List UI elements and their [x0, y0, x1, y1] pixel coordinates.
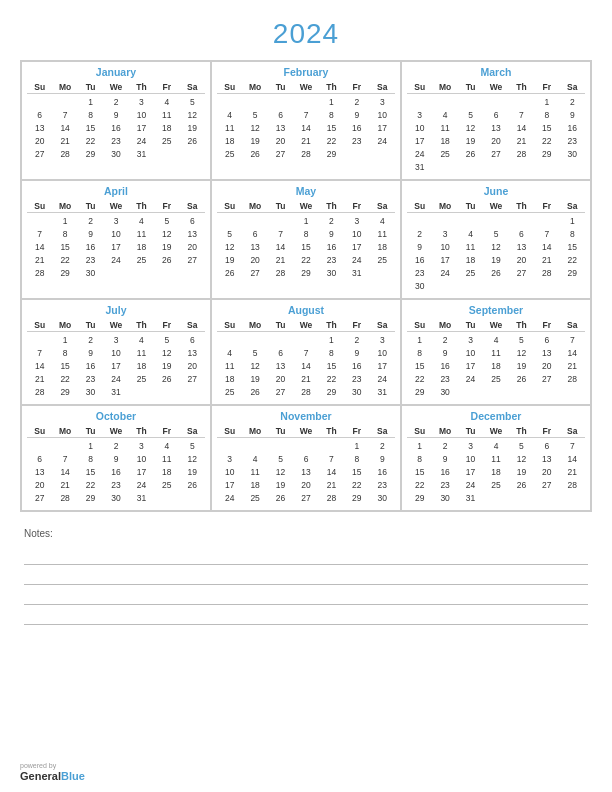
day-cell: 11 [129, 228, 154, 240]
day-cell [293, 334, 318, 346]
day-header: Fr [344, 81, 369, 94]
day-cell: 23 [103, 135, 128, 147]
day-header: Mo [242, 319, 267, 332]
day-cell [560, 386, 585, 398]
day-cell: 7 [268, 228, 293, 240]
day-cell: 2 [344, 334, 369, 346]
day-cell: 14 [52, 122, 77, 134]
day-cell: 29 [78, 492, 103, 504]
day-cell: 29 [52, 386, 77, 398]
month-name-november: November [217, 410, 395, 422]
day-cell: 5 [483, 228, 508, 240]
day-header: Th [129, 425, 154, 438]
month-name-april: April [27, 185, 205, 197]
day-cell: 5 [242, 347, 267, 359]
month-cell-june: JuneSuMoTuWeThFrSa1234567891011121314151… [401, 180, 591, 299]
day-cell [483, 492, 508, 504]
day-cell: 18 [154, 466, 179, 478]
notes-line-1 [24, 547, 588, 565]
brand-name: GeneralBlue [20, 770, 85, 782]
day-header: We [103, 425, 128, 438]
day-header: We [293, 425, 318, 438]
day-cell: 17 [407, 135, 432, 147]
day-cell [52, 440, 77, 452]
day-cell [217, 215, 242, 227]
day-cell [242, 96, 267, 108]
day-cell [509, 280, 534, 292]
day-cell: 5 [242, 109, 267, 121]
day-cell: 30 [407, 280, 432, 292]
day-cell: 3 [458, 334, 483, 346]
notes-line-4 [24, 607, 588, 625]
day-cell: 14 [560, 347, 585, 359]
day-cell: 30 [78, 386, 103, 398]
day-cell: 10 [407, 122, 432, 134]
day-cell: 25 [129, 254, 154, 266]
day-cell: 4 [242, 453, 267, 465]
day-cell: 12 [154, 228, 179, 240]
day-cell [432, 215, 457, 227]
day-cell: 18 [370, 241, 395, 253]
day-cell: 14 [52, 466, 77, 478]
day-cell: 29 [344, 492, 369, 504]
day-cell: 21 [319, 479, 344, 491]
day-cell: 20 [483, 135, 508, 147]
day-cell: 29 [319, 386, 344, 398]
day-cell: 10 [103, 347, 128, 359]
day-header: Sa [370, 81, 395, 94]
day-cell: 22 [319, 373, 344, 385]
day-cell: 21 [27, 373, 52, 385]
day-header: We [483, 81, 508, 94]
day-cell: 17 [458, 360, 483, 372]
day-cell: 26 [242, 386, 267, 398]
day-cell: 8 [407, 347, 432, 359]
day-header: Th [129, 200, 154, 213]
day-cell [154, 148, 179, 160]
day-header: Tu [268, 319, 293, 332]
day-cell: 23 [370, 479, 395, 491]
day-cell: 19 [509, 466, 534, 478]
day-grid-february: SuMoTuWeThFrSa12345678910111213141516171… [217, 81, 395, 160]
day-header: Sa [370, 319, 395, 332]
day-cell [432, 161, 457, 173]
day-cell: 4 [458, 228, 483, 240]
day-cell: 23 [78, 373, 103, 385]
day-cell: 7 [27, 228, 52, 240]
day-cell: 8 [78, 109, 103, 121]
day-cell: 30 [319, 267, 344, 279]
day-cell: 9 [344, 109, 369, 121]
day-cell: 20 [180, 241, 205, 253]
month-cell-september: SeptemberSuMoTuWeThFrSa12345678910111213… [401, 299, 591, 405]
day-cell: 10 [129, 453, 154, 465]
day-cell [483, 161, 508, 173]
day-cell: 6 [268, 109, 293, 121]
day-header: Su [217, 200, 242, 213]
day-grid-november: SuMoTuWeThFrSa12345678910111213141516171… [217, 425, 395, 504]
day-header: Tu [78, 425, 103, 438]
day-cell: 27 [242, 267, 267, 279]
day-cell: 29 [534, 148, 559, 160]
day-grid-september: SuMoTuWeThFrSa12345678910111213141516171… [407, 319, 585, 398]
day-cell: 19 [483, 254, 508, 266]
day-cell [268, 334, 293, 346]
day-cell: 26 [180, 479, 205, 491]
day-cell: 24 [407, 148, 432, 160]
day-header: Sa [180, 425, 205, 438]
day-header: Su [217, 319, 242, 332]
day-cell: 29 [407, 492, 432, 504]
day-cell: 7 [509, 109, 534, 121]
day-cell: 25 [129, 373, 154, 385]
day-header: Mo [52, 81, 77, 94]
day-cell: 27 [534, 479, 559, 491]
day-header: Sa [560, 425, 585, 438]
day-cell: 25 [458, 267, 483, 279]
day-cell: 2 [432, 334, 457, 346]
day-cell: 28 [534, 267, 559, 279]
day-cell: 24 [458, 479, 483, 491]
day-cell [534, 215, 559, 227]
day-cell: 22 [407, 479, 432, 491]
day-header: We [293, 200, 318, 213]
footer: powered by GeneralBlue [20, 752, 592, 782]
day-cell: 12 [483, 241, 508, 253]
day-cell: 12 [268, 466, 293, 478]
